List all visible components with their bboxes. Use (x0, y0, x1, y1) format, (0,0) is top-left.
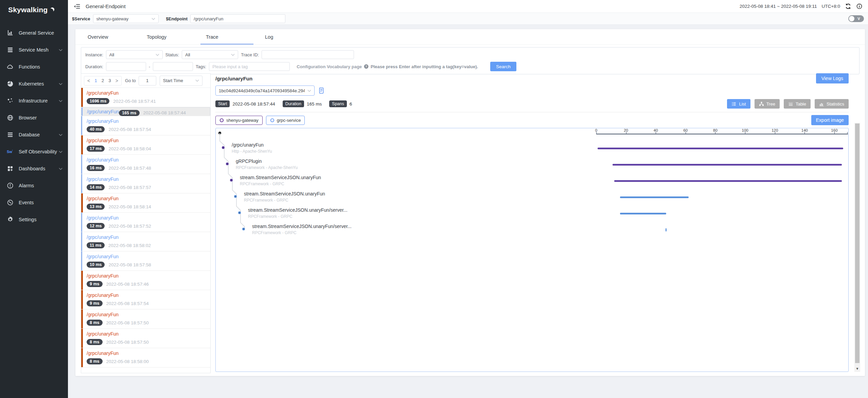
span-duration-bar[interactable] (614, 180, 842, 182)
span-duration-bar[interactable] (613, 164, 842, 166)
trace-endpoint: /grpc/unaryFun (87, 273, 206, 279)
sidebar-item-browser[interactable]: Browser (0, 109, 68, 126)
view-logs-button[interactable]: View Logs (816, 73, 849, 83)
start-badge: Start (215, 100, 230, 107)
service-legend-shenyu-gateway[interactable]: shenyu-gateway (215, 116, 263, 125)
page-number-1[interactable]: 1 (94, 78, 97, 83)
trace-list-item[interactable]: /grpc/unaryFun 8 ms 2022-05-08 18:57:50 (81, 329, 210, 348)
svg-text:Sw: Sw (7, 150, 12, 154)
span-duration-bar[interactable] (620, 196, 689, 198)
sidebar-item-self-observability[interactable]: Sw Self Observability (0, 143, 68, 160)
page-number-2[interactable]: 2 (102, 78, 104, 83)
duration-max-input[interactable] (153, 62, 193, 71)
time-axis: 020406080100120140160 (596, 129, 848, 134)
search-button[interactable]: Search (490, 62, 516, 71)
tab-overview[interactable]: Overview (88, 29, 147, 44)
vocab-link[interactable]: Configuration Vocabulary page (297, 64, 362, 69)
sidebar-item-service-mesh[interactable]: Service Mesh (0, 41, 68, 58)
trace-endpoint: /grpc/unaryFun (87, 177, 206, 182)
instance-label: Instance: (85, 52, 103, 57)
trace-list-item[interactable]: /grpc/unaryFun 17 ms 2022-05-08 18:58:04 (81, 135, 210, 155)
span-duration-bar[interactable] (666, 228, 667, 231)
sidebar-item-general-service[interactable]: General Service (0, 24, 68, 41)
sidebar-item-kubernetes[interactable]: Kubernetes (0, 75, 68, 92)
tab-log[interactable]: Log (265, 29, 324, 44)
endpoint-selector-label: $Endpoint (166, 16, 188, 21)
sidebar-item-alarms[interactable]: Alarms (0, 177, 68, 194)
refresh-icon[interactable] (845, 3, 851, 10)
span-dot-icon (234, 195, 237, 198)
trace-list-item[interactable]: /grpc/unaryFun 16 ms 2022-05-08 18:57:48 (81, 155, 210, 174)
trace-list-item[interactable]: /grpc/unaryFun 9 ms 2022-05-08 18:57:54 (81, 290, 210, 309)
status-select[interactable]: All (182, 50, 238, 59)
trace-timestamp: 2022-05-08 18:57:48 (108, 166, 151, 171)
goto-page-input[interactable] (139, 76, 156, 86)
timezone[interactable]: UTC+8:0 (822, 4, 840, 9)
span-duration-bar[interactable] (598, 148, 843, 149)
service-select[interactable]: shenyu-gateway (93, 14, 159, 23)
app-logo[interactable]: Skywalking (0, 0, 68, 20)
trace-list-item[interactable]: /grpc/unaryFun 8 ms 2022-05-08 18:57:50 (81, 309, 210, 329)
span-row[interactable]: /grpc/unaryFun Http - Apache-ShenYu (222, 142, 272, 154)
sidebar-item-infrastructure[interactable]: Infrastructure (0, 92, 68, 109)
trace-list-item[interactable]: /grpc/unaryFun 13 ms 2022-05-08 18:58:14 (81, 193, 210, 213)
time-range[interactable]: 2022-05-08 18:41 ~ 2022-05-08 19:11 (740, 4, 817, 9)
prev-page-button[interactable]: < (87, 78, 90, 83)
view-mode-statistics[interactable]: Statistics (815, 99, 849, 109)
trace-list-item[interactable]: /grpc/unaryFun 11 ms 2022-05-08 18:58:02 (81, 232, 210, 251)
sidebar-item-functions[interactable]: Functions (0, 58, 68, 75)
page-number-3[interactable]: 3 (108, 78, 111, 83)
span-row[interactable]: stream.StreamServiceJSON.unaryFun/server… (242, 224, 352, 235)
span-timeline: 020406080100120140160 /grpc/unaryFun Htt… (215, 128, 849, 372)
trace-list-item[interactable]: /grpc/unaryFun 165 ms 2022-05-08 18:57:4… (81, 107, 210, 116)
sidebar-item-dashboards[interactable]: Dashboards (0, 160, 68, 177)
trace-endpoint: /grpc/unaryFun (87, 331, 206, 337)
view-mode-list[interactable]: List (727, 99, 750, 109)
duration-min-input[interactable] (106, 62, 146, 71)
sidebar-item-events[interactable]: Events (0, 194, 68, 211)
chevron-down-icon (307, 90, 311, 92)
copy-trace-id-icon[interactable] (318, 87, 325, 94)
trace-list-item[interactable]: /grpc/unaryFun 10 ms 2022-05-08 18:57:58 (81, 251, 210, 271)
help-icon[interactable]: ? (364, 64, 369, 69)
sort-select[interactable]: Start Time (160, 76, 202, 86)
trace-id-input[interactable] (262, 50, 354, 59)
tab-trace[interactable]: Trace (206, 29, 265, 44)
collapse-sidebar-icon[interactable] (73, 3, 81, 10)
span-row[interactable]: stream.StreamServiceJSON.unaryFun/server… (238, 207, 348, 219)
trace-list-item[interactable]: /grpc/unaryFun 9 ms 2022-05-08 18:57:46 (81, 271, 210, 290)
service-legend-grpc-service[interactable]: grpc-service (266, 116, 305, 125)
span-row[interactable]: stream.StreamServiceJSON.unaryFun RPCFra… (230, 175, 321, 187)
duration-badge: 10 ms (87, 262, 105, 268)
trace-list-item[interactable]: /grpc/unaryFun 1696 ms 2022-05-08 18:57:… (81, 88, 210, 107)
version-toggle[interactable]: V (848, 15, 864, 22)
span-row[interactable]: stream.StreamServiceJSON.unaryFun RPCFra… (234, 191, 325, 203)
next-page-button[interactable]: > (116, 78, 118, 83)
trace-list-item[interactable]: /grpc/unaryFun 8 ms 2022-05-08 18:58:00 (81, 348, 210, 367)
trace-items: /grpc/unaryFun 1696 ms 2022-05-08 18:57:… (81, 88, 210, 373)
span-duration-bar[interactable] (620, 213, 666, 214)
trace-list-item[interactable]: /grpc/unaryFun 14 ms 2022-05-08 18:57:57 (81, 174, 210, 193)
view-mode-table[interactable]: Table (784, 99, 811, 109)
span-dot-icon (226, 163, 229, 165)
view-mode-tree[interactable]: Tree (755, 99, 780, 109)
span-dot-icon (238, 211, 241, 214)
instance-select[interactable]: All (106, 50, 163, 59)
span-row[interactable]: gRPCPlugin RPCFramework - Apache-ShenYu (226, 158, 298, 170)
info-icon[interactable] (856, 3, 863, 10)
trace-list-item[interactable]: /grpc/unaryFun 12 ms 2022-05-08 18:57:52 (81, 213, 210, 232)
trace-list-item[interactable]: /grpc/unaryFun 40 ms 2022-05-08 18:57:54 (81, 116, 210, 135)
span-layer: RPCFramework - GRPC (240, 182, 321, 187)
tags-input[interactable] (209, 62, 290, 71)
scroll-down-arrow[interactable]: ▼ (854, 367, 860, 371)
tab-topology[interactable]: Topology (147, 29, 206, 44)
pagination: < 123 > (84, 76, 122, 86)
endpoint-input[interactable] (190, 14, 285, 23)
scrollbar-thumb[interactable] (855, 124, 860, 363)
trace-id-select[interactable]: 1bc04d9244d349c0a74a14709349584e.294.165… (215, 86, 315, 96)
sidebar-item-database[interactable]: Database (0, 126, 68, 143)
globe-icon (7, 114, 14, 121)
sidebar-item-settings[interactable]: Settings (0, 211, 68, 228)
trace-endpoint: /grpc/unaryFun (87, 138, 206, 143)
export-image-button[interactable]: Export image (811, 115, 849, 125)
